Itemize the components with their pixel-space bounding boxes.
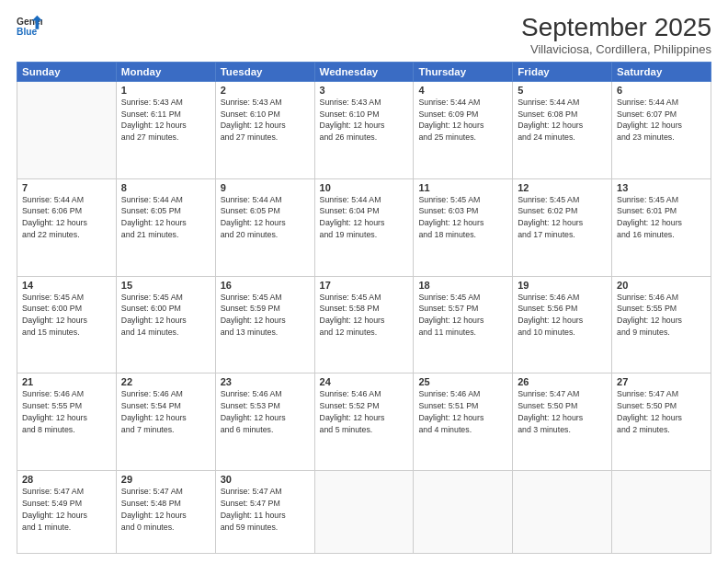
weekday-header-thursday: Thursday [414, 62, 513, 81]
calendar-cell: 3Sunrise: 5:43 AM Sunset: 6:10 PM Daylig… [314, 81, 414, 178]
day-detail: Sunrise: 5:47 AM Sunset: 5:49 PM Dayligh… [22, 486, 111, 533]
calendar-week-row: 28Sunrise: 5:47 AM Sunset: 5:49 PM Dayli… [17, 471, 711, 554]
day-detail: Sunrise: 5:44 AM Sunset: 6:05 PM Dayligh… [121, 194, 210, 241]
day-number: 19 [518, 280, 607, 291]
calendar-cell: 4Sunrise: 5:44 AM Sunset: 6:09 PM Daylig… [414, 81, 513, 178]
calendar-week-row: 21Sunrise: 5:46 AM Sunset: 5:55 PM Dayli… [17, 373, 711, 471]
weekday-header-wednesday: Wednesday [314, 62, 414, 81]
calendar-cell: 21Sunrise: 5:46 AM Sunset: 5:55 PM Dayli… [17, 373, 117, 471]
calendar-cell [414, 471, 513, 554]
day-detail: Sunrise: 5:44 AM Sunset: 6:08 PM Dayligh… [518, 97, 607, 144]
header: General Blue September 2025 Villaviciosa… [17, 14, 711, 56]
title-block: September 2025 Villaviciosa, Cordillera,… [521, 14, 711, 56]
day-detail: Sunrise: 5:46 AM Sunset: 5:55 PM Dayligh… [617, 292, 706, 339]
day-number: 17 [320, 280, 409, 291]
day-detail: Sunrise: 5:46 AM Sunset: 5:51 PM Dayligh… [418, 388, 507, 435]
calendar-cell: 6Sunrise: 5:44 AM Sunset: 6:07 PM Daylig… [612, 81, 711, 178]
calendar-cell: 23Sunrise: 5:46 AM Sunset: 5:53 PM Dayli… [215, 373, 314, 471]
calendar-week-row: 1Sunrise: 5:43 AM Sunset: 6:11 PM Daylig… [17, 81, 711, 178]
weekday-header-row: SundayMondayTuesdayWednesdayThursdayFrid… [17, 62, 711, 81]
day-number: 2 [221, 85, 310, 96]
calendar-cell: 5Sunrise: 5:44 AM Sunset: 6:08 PM Daylig… [513, 81, 612, 178]
day-number: 24 [320, 376, 409, 387]
calendar-cell: 24Sunrise: 5:46 AM Sunset: 5:52 PM Dayli… [314, 373, 414, 471]
calendar-week-row: 14Sunrise: 5:45 AM Sunset: 6:00 PM Dayli… [17, 276, 711, 373]
day-detail: Sunrise: 5:44 AM Sunset: 6:05 PM Dayligh… [221, 194, 310, 241]
calendar-cell: 11Sunrise: 5:45 AM Sunset: 6:03 PM Dayli… [414, 178, 513, 276]
calendar-cell: 22Sunrise: 5:46 AM Sunset: 5:54 PM Dayli… [116, 373, 215, 471]
day-number: 14 [22, 280, 111, 291]
day-number: 20 [617, 280, 706, 291]
calendar-cell: 20Sunrise: 5:46 AM Sunset: 5:55 PM Dayli… [612, 276, 711, 373]
calendar-cell: 29Sunrise: 5:47 AM Sunset: 5:48 PM Dayli… [116, 471, 215, 554]
day-number: 23 [221, 376, 310, 387]
day-number: 12 [518, 182, 607, 193]
day-detail: Sunrise: 5:46 AM Sunset: 5:56 PM Dayligh… [518, 292, 607, 339]
day-number: 13 [617, 182, 706, 193]
day-detail: Sunrise: 5:44 AM Sunset: 6:06 PM Dayligh… [22, 194, 111, 241]
day-number: 6 [617, 85, 706, 96]
calendar-cell: 17Sunrise: 5:45 AM Sunset: 5:58 PM Dayli… [314, 276, 414, 373]
day-number: 7 [22, 182, 111, 193]
day-number: 30 [221, 474, 310, 485]
weekday-header-saturday: Saturday [612, 62, 711, 81]
calendar-cell: 30Sunrise: 5:47 AM Sunset: 5:47 PM Dayli… [215, 471, 314, 554]
calendar-cell: 12Sunrise: 5:45 AM Sunset: 6:02 PM Dayli… [513, 178, 612, 276]
day-number: 5 [518, 85, 607, 96]
day-detail: Sunrise: 5:47 AM Sunset: 5:48 PM Dayligh… [121, 486, 210, 533]
day-detail: Sunrise: 5:45 AM Sunset: 6:03 PM Dayligh… [418, 194, 507, 241]
day-number: 21 [22, 376, 111, 387]
calendar-cell: 26Sunrise: 5:47 AM Sunset: 5:50 PM Dayli… [513, 373, 612, 471]
calendar-cell: 13Sunrise: 5:45 AM Sunset: 6:01 PM Dayli… [612, 178, 711, 276]
calendar-cell: 27Sunrise: 5:47 AM Sunset: 5:50 PM Dayli… [612, 373, 711, 471]
day-detail: Sunrise: 5:43 AM Sunset: 6:10 PM Dayligh… [320, 97, 409, 144]
day-detail: Sunrise: 5:46 AM Sunset: 5:54 PM Dayligh… [121, 388, 210, 435]
day-detail: Sunrise: 5:46 AM Sunset: 5:55 PM Dayligh… [22, 388, 111, 435]
calendar-cell: 28Sunrise: 5:47 AM Sunset: 5:49 PM Dayli… [17, 471, 117, 554]
weekday-header-tuesday: Tuesday [215, 62, 314, 81]
day-detail: Sunrise: 5:43 AM Sunset: 6:10 PM Dayligh… [221, 97, 310, 144]
day-detail: Sunrise: 5:47 AM Sunset: 5:47 PM Dayligh… [221, 486, 310, 533]
weekday-header-monday: Monday [116, 62, 215, 81]
calendar-title: September 2025 [521, 14, 711, 42]
calendar-cell [17, 81, 117, 178]
day-detail: Sunrise: 5:47 AM Sunset: 5:50 PM Dayligh… [617, 388, 706, 435]
calendar-subtitle: Villaviciosa, Cordillera, Philippines [521, 42, 711, 56]
calendar-cell: 15Sunrise: 5:45 AM Sunset: 6:00 PM Dayli… [116, 276, 215, 373]
calendar-cell: 1Sunrise: 5:43 AM Sunset: 6:11 PM Daylig… [116, 81, 215, 178]
day-detail: Sunrise: 5:47 AM Sunset: 5:50 PM Dayligh… [518, 388, 607, 435]
calendar-week-row: 7Sunrise: 5:44 AM Sunset: 6:06 PM Daylig… [17, 178, 711, 276]
calendar-cell: 10Sunrise: 5:44 AM Sunset: 6:04 PM Dayli… [314, 178, 414, 276]
weekday-header-sunday: Sunday [17, 62, 117, 81]
calendar-cell [612, 471, 711, 554]
calendar-cell: 7Sunrise: 5:44 AM Sunset: 6:06 PM Daylig… [17, 178, 117, 276]
day-number: 27 [617, 376, 706, 387]
day-number: 11 [418, 182, 507, 193]
calendar-cell [513, 471, 612, 554]
weekday-header-friday: Friday [513, 62, 612, 81]
day-number: 16 [221, 280, 310, 291]
day-number: 22 [121, 376, 210, 387]
day-number: 18 [418, 280, 507, 291]
logo: General Blue [17, 14, 42, 40]
day-detail: Sunrise: 5:45 AM Sunset: 5:59 PM Dayligh… [221, 292, 310, 339]
day-detail: Sunrise: 5:45 AM Sunset: 6:01 PM Dayligh… [617, 194, 706, 241]
calendar-cell: 2Sunrise: 5:43 AM Sunset: 6:10 PM Daylig… [215, 81, 314, 178]
day-number: 1 [121, 85, 210, 96]
day-number: 10 [320, 182, 409, 193]
day-detail: Sunrise: 5:44 AM Sunset: 6:09 PM Dayligh… [418, 97, 507, 144]
logo-icon: General Blue [17, 14, 42, 40]
day-detail: Sunrise: 5:46 AM Sunset: 5:52 PM Dayligh… [320, 388, 409, 435]
calendar-cell: 18Sunrise: 5:45 AM Sunset: 5:57 PM Dayli… [414, 276, 513, 373]
day-number: 4 [418, 85, 507, 96]
calendar-cell: 25Sunrise: 5:46 AM Sunset: 5:51 PM Dayli… [414, 373, 513, 471]
page: General Blue September 2025 Villaviciosa… [0, 0, 728, 563]
day-detail: Sunrise: 5:45 AM Sunset: 6:02 PM Dayligh… [518, 194, 607, 241]
calendar-cell: 8Sunrise: 5:44 AM Sunset: 6:05 PM Daylig… [116, 178, 215, 276]
calendar-cell [314, 471, 414, 554]
day-number: 15 [121, 280, 210, 291]
day-number: 8 [121, 182, 210, 193]
day-detail: Sunrise: 5:44 AM Sunset: 6:07 PM Dayligh… [617, 97, 706, 144]
calendar-table: SundayMondayTuesdayWednesdayThursdayFrid… [17, 62, 711, 554]
day-detail: Sunrise: 5:45 AM Sunset: 5:58 PM Dayligh… [320, 292, 409, 339]
